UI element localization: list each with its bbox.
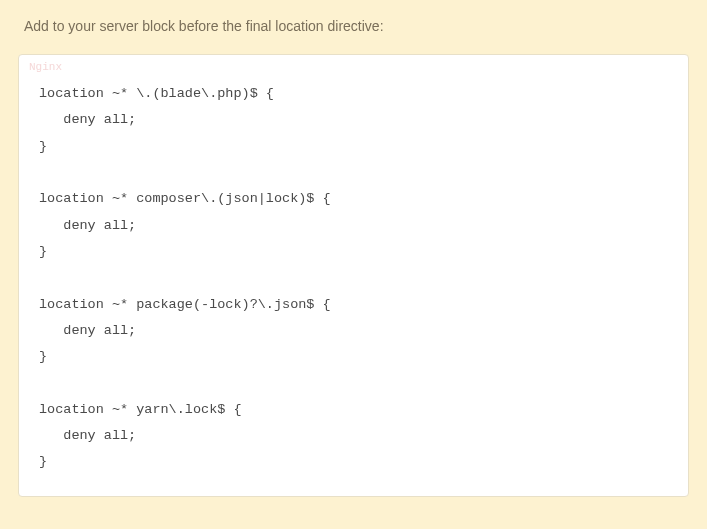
instruction-text: Add to your server block before the fina…	[18, 18, 689, 34]
code-block: Nginx location ~* \.(blade\.php)$ { deny…	[18, 54, 689, 497]
code-content: location ~* \.(blade\.php)$ { deny all; …	[39, 81, 668, 476]
code-language-label: Nginx	[29, 61, 668, 73]
